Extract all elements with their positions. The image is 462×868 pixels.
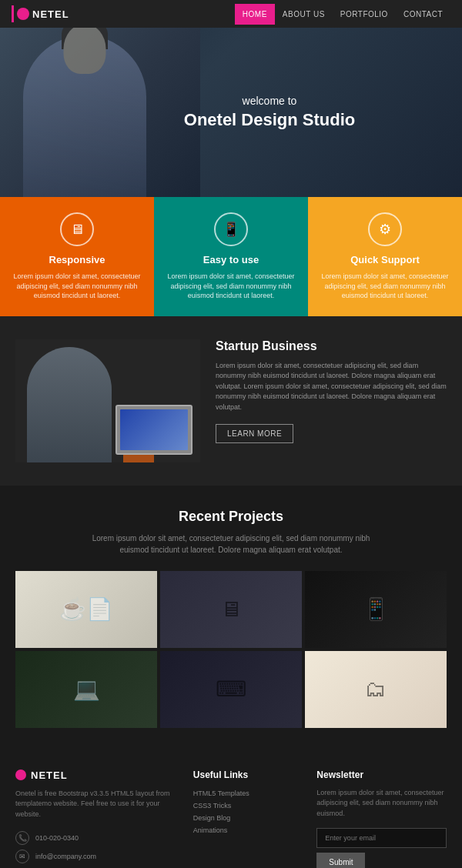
easy-icon: 📱 — [214, 212, 248, 246]
footer-main: NETEL Onetel is free Bootstrap v3.3.5 HT… — [0, 746, 462, 868]
recent-projects-section: Recent Projects Lorem ipsum dolor sit am… — [0, 486, 462, 746]
scene-screen — [120, 409, 188, 450]
project-5-icon: ⌨ — [160, 651, 302, 728]
brand-dot — [17, 8, 29, 20]
projects-grid: ☕📄 🖥 📱 — [15, 571, 447, 648]
email-icon: ✉ — [15, 850, 29, 863]
hero-title: Onetel Design Studio — [184, 110, 355, 130]
features-section: 🖥 Responsive Lorem ipsum dolor sit amet,… — [0, 197, 462, 316]
woman-head — [64, 28, 106, 74]
startup-title: Startup Business — [216, 339, 447, 353]
footer-links: Useful Links HTML5 Templates CSS3 Tricks… — [193, 770, 302, 868]
hero-welcome: welcome to — [184, 95, 355, 107]
project-6[interactable]: 🗂 — [305, 651, 447, 728]
nav-home[interactable]: HOME — [235, 4, 275, 25]
projects-title: Recent Projects — [15, 509, 447, 525]
nav-about[interactable]: ABOUT US — [275, 4, 333, 25]
project-1-icon: ☕📄 — [15, 571, 157, 648]
footer-logo: NETEL — [15, 770, 178, 781]
feature-responsive-desc: Lorem ipsum dolor sit amet, consectetuer… — [12, 272, 142, 301]
project-6-icon: 🗂 — [305, 651, 447, 728]
learn-more-button[interactable]: LEARN MORE — [216, 424, 293, 443]
support-icon: ⚙ — [368, 212, 402, 246]
feature-support-desc: Lorem ipsum dolor sit amet, consectetuer… — [320, 272, 450, 301]
scene-laptop — [116, 405, 192, 455]
startup-image — [15, 339, 200, 462]
nav-contact[interactable]: CONTACT — [396, 4, 450, 25]
footer-dot — [15, 770, 26, 780]
newsletter-desc: Lorem ipsum dolor sit amet, consectetuer… — [316, 788, 447, 820]
project-2-icon: 🖥 — [160, 571, 302, 648]
footer-brand: NETEL Onetel is free Bootstrap v3.3.5 HT… — [15, 770, 178, 868]
footer-link-3[interactable]: Design Blog — [193, 814, 302, 822]
startup-content: Startup Business Lorem ipsum dolor sit a… — [216, 339, 447, 444]
project-4[interactable]: 💻 — [15, 651, 157, 728]
brand-bar-accent — [12, 5, 14, 22]
footer-brand-name: NETEL — [31, 770, 68, 781]
footer-links-title: Useful Links — [193, 770, 302, 780]
feature-responsive: 🖥 Responsive Lorem ipsum dolor sit amet,… — [0, 197, 154, 316]
project-5[interactable]: ⌨ — [160, 651, 302, 728]
feature-responsive-title: Responsive — [12, 254, 142, 265]
project-3[interactable]: 📱 — [305, 571, 447, 648]
hero-text: welcome to Onetel Design Studio — [184, 95, 355, 130]
projects-grid-2: 💻 ⌨ 🗂 — [15, 651, 447, 728]
scene-person — [27, 347, 112, 462]
nav-portfolio[interactable]: PORTFOLIO — [333, 4, 396, 25]
hero-woman-bg — [0, 28, 200, 197]
navbar: NETEL HOME ABOUT US PORTFOLIO CONTACT — [0, 0, 462, 28]
email-text: info@company.com — [35, 853, 96, 860]
footer-link-4[interactable]: Animations — [193, 826, 302, 834]
project-4-icon: 💻 — [15, 651, 157, 728]
feature-support: ⚙ Quick Support Lorem ipsum dolor sit am… — [308, 197, 462, 316]
footer-brand-desc: Onetel is free Bootstrap v3.3.5 HTML5 la… — [15, 789, 178, 820]
footer-email: ✉ info@company.com — [15, 850, 178, 863]
project-1[interactable]: ☕📄 — [15, 571, 157, 648]
hero-image — [0, 28, 200, 197]
project-3-icon: 📱 — [305, 571, 447, 648]
phone-icon: 📞 — [15, 831, 29, 845]
feature-easy-desc: Lorem ipsum dolor sit amet, consectetuer… — [166, 272, 296, 301]
newsletter-title: Newsletter — [316, 770, 447, 780]
newsletter-submit-button[interactable]: Submit — [316, 853, 365, 868]
footer-newsletter: Newsletter Lorem ipsum dolor sit amet, c… — [316, 770, 447, 868]
brand-name: NETEL — [32, 8, 69, 20]
startup-desc: Lorem ipsum dolor sit amet, consectetuer… — [216, 361, 447, 413]
nav-links: HOME ABOUT US PORTFOLIO CONTACT — [235, 4, 450, 25]
projects-desc: Lorem ipsum dolor sit amet, consectetuer… — [77, 532, 385, 556]
brand-logo-inner: NETEL — [17, 8, 69, 20]
phone-text: 010-020-0340 — [35, 834, 79, 842]
feature-easy: 📱 Easy to use Lorem ipsum dolor sit amet… — [154, 197, 308, 316]
project-2[interactable]: 🖥 — [160, 571, 302, 648]
feature-support-title: Quick Support — [320, 254, 450, 265]
startup-section: Startup Business Lorem ipsum dolor sit a… — [0, 316, 462, 486]
newsletter-email-input[interactable] — [316, 828, 447, 848]
responsive-icon: 🖥 — [60, 212, 94, 246]
footer-phone: 📞 010-020-0340 — [15, 831, 178, 845]
hero-section: welcome to Onetel Design Studio — [0, 28, 462, 197]
woman-body — [23, 35, 146, 197]
footer-link-2[interactable]: CSS3 Tricks — [193, 802, 302, 810]
footer-link-1[interactable]: HTML5 Templates — [193, 790, 302, 797]
feature-easy-title: Easy to use — [166, 254, 296, 265]
brand-logo: NETEL — [12, 5, 69, 22]
